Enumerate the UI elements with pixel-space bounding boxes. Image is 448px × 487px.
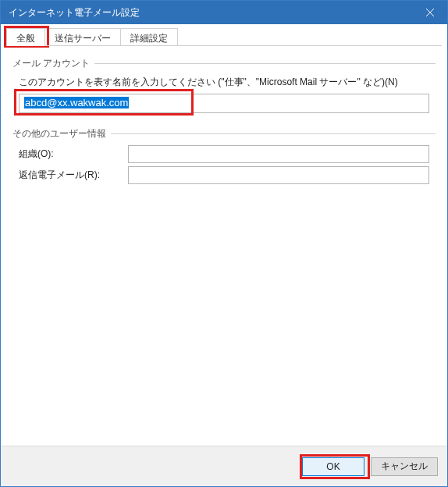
row-reply-email: 返信電子メール(R):	[19, 166, 429, 184]
cancel-button-label: キャンセル	[381, 460, 428, 471]
close-icon	[426, 9, 434, 16]
cancel-button[interactable]: キャンセル	[371, 457, 438, 476]
divider	[111, 133, 436, 134]
close-button[interactable]	[412, 1, 447, 24]
group-mail-account-header: メール アカウント	[12, 57, 436, 70]
label-organization: 組織(O):	[19, 148, 128, 161]
group-mail-account-title: メール アカウント	[12, 57, 90, 70]
client-area: 全般 送信サーバー 詳細設定 メール アカウント このアカウントを表す名前を入力…	[1, 24, 447, 446]
group-other-user-info: その他のユーザー情報 組織(O): 返信電子メール(R):	[12, 127, 436, 184]
tab-advanced-label: 詳細設定	[130, 32, 168, 45]
tab-general[interactable]: 全般	[6, 28, 45, 46]
titlebar: インターネット電子メール設定	[1, 1, 447, 24]
account-name-value: abcd@xx.wakwak.com	[24, 97, 129, 108]
account-name-field-wrap: abcd@xx.wakwak.com	[19, 94, 429, 113]
button-bar: OK キャンセル	[1, 446, 447, 486]
organization-input[interactable]	[128, 145, 429, 163]
tab-outgoing-server[interactable]: 送信サーバー	[44, 28, 121, 46]
label-reply-email: 返信電子メール(R):	[19, 169, 128, 182]
account-name-input[interactable]: abcd@xx.wakwak.com	[19, 94, 429, 113]
group-other-user-header: その他のユーザー情報	[12, 127, 436, 140]
tab-advanced[interactable]: 詳細設定	[120, 28, 178, 46]
dialog-window: インターネット電子メール設定 全般 送信サーバー 詳細設定 メール ア	[0, 0, 448, 487]
ok-button[interactable]: OK	[302, 457, 364, 476]
tab-outgoing-label: 送信サーバー	[55, 32, 111, 45]
reply-email-input[interactable]	[128, 166, 429, 184]
ok-button-label: OK	[326, 461, 340, 472]
account-name-help: このアカウントを表す名前を入力してください ("仕事"、"Microsoft M…	[19, 75, 429, 89]
tab-strip: 全般 送信サーバー 詳細設定	[6, 28, 442, 46]
divider	[94, 63, 436, 64]
tab-pane-general: メール アカウント このアカウントを表す名前を入力してください ("仕事"、"M…	[6, 45, 442, 446]
row-organization: 組織(O):	[19, 145, 429, 163]
group-other-user-title: その他のユーザー情報	[12, 127, 106, 140]
tab-general-label: 全般	[16, 32, 35, 45]
window-title: インターネット電子メール設定	[9, 6, 140, 20]
group-mail-account: メール アカウント このアカウントを表す名前を入力してください ("仕事"、"M…	[12, 57, 436, 113]
